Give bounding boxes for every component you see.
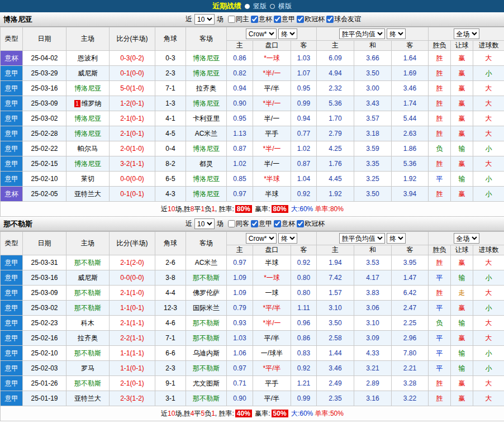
result-cell: 平 [429, 346, 451, 361]
summary-segment: 1 [211, 410, 215, 417]
home-team-name: 那不勒斯 [74, 304, 101, 312]
avg-type-select[interactable]: 胜平负均值 [339, 28, 385, 39]
home-team-name: 科木 [81, 319, 94, 327]
checkbox-input[interactable] [251, 16, 258, 23]
corner-cell: 4-4 [155, 286, 186, 301]
checkbox-input[interactable] [297, 220, 304, 227]
checkbox-input[interactable] [228, 16, 235, 23]
col-goals: 进球数 [473, 245, 504, 255]
filter-checkbox[interactable]: 球会友谊 [326, 15, 361, 24]
home-odds-cell: 0.86 [227, 51, 253, 66]
avg-away-cell: 2.25 [392, 316, 429, 331]
home-odds-cell: 0.97 [227, 187, 253, 202]
avg-stage-select[interactable]: 终 [387, 28, 406, 39]
odds-stage-select[interactable]: 终 [278, 28, 297, 39]
avg-draw-cell: 3.43 [354, 96, 392, 111]
away-team-cell: 那不勒斯 [186, 270, 227, 286]
goals-cell: 小 [473, 172, 504, 187]
goals-cell: 大 [473, 126, 504, 141]
odds-stage-select[interactable]: 终 [278, 233, 297, 244]
handicap-cell: *半球 [253, 172, 291, 187]
checkbox-input[interactable] [228, 220, 235, 227]
bookmaker-select[interactable]: Crow* [246, 28, 277, 39]
avg-home-cell: 1.76 [317, 156, 354, 172]
avg-draw-cell: 3.21 [354, 361, 392, 376]
corner-cell: 4-5 [155, 126, 186, 141]
filter-checkbox[interactable]: 意杯 [274, 219, 295, 229]
home-team-name: 亚特兰大 [74, 190, 101, 198]
bookmaker-select[interactable]: Crow* [246, 233, 277, 244]
horizontal-view-label[interactable]: 横版 [278, 2, 292, 11]
scope-select[interactable]: 全场 [454, 233, 479, 244]
match-row: 意甲25-03-29威尼斯0-1(0-0)2-3博洛尼亚0.82*半/一1.07… [1, 66, 504, 81]
avg-draw-cell: 3.06 [354, 301, 392, 316]
away-team-name: 博洛尼亚 [193, 190, 220, 198]
avg-stage-select[interactable]: 终 [387, 233, 406, 244]
date-cell: 25-02-05 [23, 187, 66, 202]
filter-checkbox[interactable]: 意杯 [251, 15, 272, 24]
col-odds-home: 主 [227, 41, 253, 51]
avg-away-cell: 2.96 [392, 331, 429, 346]
avg-away-cell: 3.46 [392, 81, 429, 96]
corner-cell: 1-3 [155, 96, 186, 111]
corner-cell: 0-3 [155, 51, 186, 66]
vertical-view-radio-icon[interactable] [245, 4, 250, 9]
match-count-select[interactable]: 10 [194, 218, 215, 229]
handicap-result-cell: 输 [451, 270, 473, 286]
red-square-number-icon: 1 [74, 100, 80, 107]
filter-checkbox[interactable]: 意甲 [251, 219, 272, 229]
score-cell: 2-2(1-1) [110, 331, 155, 346]
avg-type-select[interactable]: 胜平负均值 [339, 233, 385, 244]
league-type-cell: 意甲 [1, 286, 23, 301]
avg-home-cell: 2.58 [317, 331, 354, 346]
topbar: 近期战绩 竖版 横版 [0, 0, 504, 12]
col-type: 类型 [1, 232, 23, 255]
corner-cell: 2-6 [155, 255, 186, 270]
match-row: 意甲25-02-10莱切0-0(0-0)6-5博洛尼亚0.85*半球1.044.… [1, 172, 504, 187]
away-team-name: 那不勒斯 [193, 364, 220, 372]
col-avg-away: 客 [392, 41, 429, 51]
avg-home-cell: 1.92 [317, 187, 354, 202]
vertical-view-label[interactable]: 竖版 [253, 2, 267, 11]
checkbox-input[interactable] [251, 220, 258, 227]
avg-home-cell: 6.09 [317, 51, 354, 66]
filter-checkbox[interactable]: 欧冠杯 [297, 15, 325, 24]
checkbox-input[interactable] [274, 220, 281, 227]
filter-checkbox[interactable]: 欧冠杯 [297, 219, 325, 229]
col-away: 客场 [186, 232, 227, 255]
filter-checkbox[interactable]: 同主 [228, 15, 249, 24]
avg-home-cell: 2.32 [317, 81, 354, 96]
avg-away-cell: 1.64 [392, 51, 429, 66]
league-type-cell: 意甲 [1, 156, 23, 172]
match-count-select[interactable]: 10 [194, 14, 215, 25]
goals-cell: 大 [473, 316, 504, 331]
checkbox-input[interactable] [297, 16, 304, 23]
checkbox-input[interactable] [274, 16, 281, 23]
avg-home-cell: 3.46 [317, 361, 354, 376]
filter-checkbox[interactable]: 同客 [228, 219, 249, 229]
col-avg-draw: 和 [354, 245, 392, 255]
match-row: 意甲25-03-31那不勒斯2-1(2-0)2-6AC米兰0.97半球0.921… [1, 255, 504, 270]
away-team-name: 佛罗伦萨 [193, 289, 220, 297]
goals-cell: 小 [473, 141, 504, 156]
date-cell: 25-03-31 [23, 255, 66, 270]
away-odds-cell: 0.83 [291, 346, 317, 361]
avg-home-cell: 1.70 [317, 111, 354, 126]
goals-cell: 大 [473, 156, 504, 172]
filter-prefix-label: 近 [186, 15, 192, 24]
away-team-name: 博洛尼亚 [193, 175, 220, 183]
score-cell: 2-1(0-1) [110, 126, 155, 141]
filter-checkbox[interactable]: 意甲 [274, 15, 295, 24]
avg-draw-cell: 3.25 [354, 172, 392, 187]
checkbox-input[interactable] [326, 16, 334, 23]
match-row: 意甲25-03-09那不勒斯2-1(1-0)4-4佛罗伦萨1.09一球0.801… [1, 286, 504, 301]
date-cell: 25-03-16 [23, 81, 66, 96]
date-cell: 25-02-03 [23, 361, 66, 376]
scope-select[interactable]: 全场 [454, 28, 479, 39]
horizontal-view-radio-icon[interactable] [270, 4, 275, 9]
handicap-cell: 平手 [253, 376, 291, 391]
filter-checkbox-group: 同主意杯意甲欧冠杯球会友谊 [228, 15, 361, 24]
home-team-cell: 威尼斯 [66, 270, 110, 286]
filter-controls: 近 10 场 同客意甲意杯欧冠杯 [186, 218, 325, 229]
home-team-name: 威尼斯 [78, 274, 98, 282]
